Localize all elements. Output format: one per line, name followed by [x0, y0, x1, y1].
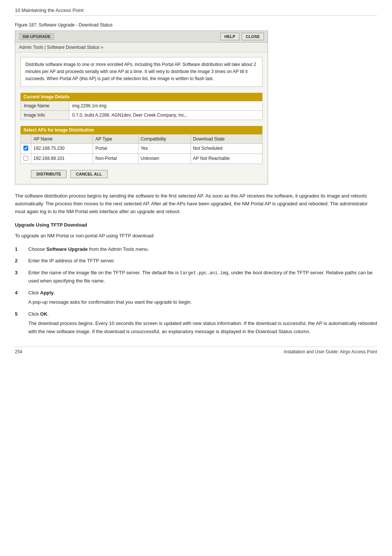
step-main-text: Enter the name of the image file on the …: [28, 270, 373, 284]
description: The software distribution process begins…: [15, 192, 377, 216]
step-content: Click Apply.A pop-up message asks for co…: [28, 289, 377, 306]
info-box: Distribute software image to one or more…: [20, 57, 262, 87]
chapter-title: 10 Maintaining the Access Point: [15, 7, 83, 13]
main-content: The software distribution process begins…: [15, 192, 377, 335]
action-row: DISTRIBUTE CANCEL ALL: [20, 168, 262, 180]
step-item: 2Enter the IP address of the TFTP server…: [15, 257, 377, 265]
panel-body: Distribute software image to one or more…: [15, 53, 268, 184]
footer-page-number: 254: [15, 349, 22, 354]
close-button[interactable]: CLOSE: [242, 33, 264, 40]
step-content: Choose Software Upgrade from the Admin T…: [28, 245, 377, 253]
col-compatibility: Compatibility: [138, 134, 191, 143]
col-ap-type: AP Type: [93, 134, 138, 143]
ap-table-body: 192.168.75.230PortalYesNot Scheduled192.…: [21, 143, 262, 164]
step-sub-text: The download process begins. Every 10 se…: [28, 319, 377, 335]
step-item: 5Click OK.The download process begins. E…: [15, 310, 377, 335]
step-content: Click OK.The download process begins. Ev…: [28, 310, 377, 335]
current-image-header: Current Image Details: [20, 93, 262, 101]
ap-checkbox-cell: [21, 154, 31, 164]
panel-buttons: HELP CLOSE: [220, 33, 264, 40]
image-info-label: Image Info: [21, 110, 69, 120]
step-number: 5: [15, 310, 26, 335]
step-number: 1: [15, 245, 26, 253]
help-button[interactable]: HELP: [220, 33, 239, 40]
image-name-label: Image Name: [21, 101, 69, 110]
current-image-table: Image Name img.2286.1m.img Image Info 0.…: [20, 101, 262, 120]
ap-row: 192.168.75.230PortalYesNot Scheduled: [21, 143, 262, 154]
step-main-text: Click Apply.: [28, 290, 55, 296]
intro: To upgrade an NM Portal or non-portal AP…: [15, 232, 377, 240]
step-item: 4Click Apply.A pop-up message asks for c…: [15, 289, 377, 306]
step-main-text: Enter the IP address of the TFTP server.: [28, 258, 115, 263]
ap-cell-compatibility: Unknown: [138, 154, 191, 164]
step-content: Enter the name of the image file on the …: [28, 269, 377, 285]
ap-cell-download-state: Not Scheduled: [191, 143, 262, 154]
step-bold: OK: [40, 311, 48, 317]
step-item: 3Enter the name of the image file on the…: [15, 269, 377, 285]
ap-checkbox[interactable]: [23, 146, 28, 151]
ap-cell-ap-type: Portal: [93, 143, 138, 154]
panel-title: SW-UPGRADE: [19, 33, 54, 40]
step-main-text: Click OK.: [28, 311, 49, 317]
col-checkbox: [21, 134, 31, 143]
ap-checkbox[interactable]: [23, 156, 28, 161]
select-aps-header: Select APs for Image Distribution: [20, 126, 262, 134]
sw-upgrade-panel: SW-UPGRADE HELP CLOSE Admin Tools | Soft…: [15, 31, 268, 184]
image-info-row: Image Info 0.7.0, build A.2286, AGN1dev,…: [21, 110, 262, 120]
step-number: 2: [15, 257, 26, 265]
step-sub-text: A pop-up message asks for confirmation t…: [28, 298, 377, 306]
step-number: 4: [15, 289, 26, 306]
breadcrumb: Admin Tools | Software Download Status »: [15, 42, 268, 53]
step-bold: Software Upgrade: [46, 246, 87, 252]
step-main-text: Choose Software Upgrade from the Admin T…: [28, 246, 149, 252]
step-number: 3: [15, 269, 26, 285]
upgrade-section-title: Upgrade Using TFTP Download: [15, 221, 377, 229]
figure-label: Figure 187: Software Upgrade - Download …: [15, 22, 377, 28]
ap-cell-ap-type: Non-Portal: [93, 154, 138, 164]
ap-row: 192.168.88.101Non-PortalUnknownAP Not Re…: [21, 154, 262, 164]
cancel-all-button[interactable]: CANCEL ALL: [70, 170, 108, 178]
panel-titlebar: SW-UPGRADE HELP CLOSE: [15, 31, 268, 42]
step-item: 1Choose Software Upgrade from the Admin …: [15, 245, 377, 253]
image-name-value: img.2286.1m.img: [69, 101, 262, 110]
col-ap-name: AP Name: [31, 134, 93, 143]
ap-table-header-row: AP Name AP Type Compatibility Download S…: [21, 134, 262, 143]
ap-cell-ap-name: 192.168.75.230: [31, 143, 93, 154]
ap-table: AP Name AP Type Compatibility Download S…: [20, 134, 262, 164]
page-footer: 254 Installation and User Guide: Airgo A…: [15, 347, 377, 354]
ap-cell-compatibility: Yes: [138, 143, 191, 154]
ap-cell-ap-name: 192.168.88.101: [31, 154, 93, 164]
distribute-button[interactable]: DISTRIBUTE: [31, 170, 67, 178]
image-name-row: Image Name img.2286.1m.img: [21, 101, 262, 110]
step-bold: Apply: [40, 290, 54, 296]
ap-cell-download-state: AP Not Reachable: [191, 154, 262, 164]
steps-list: 1Choose Software Upgrade from the Admin …: [15, 245, 377, 335]
image-info-value: 0.7.0, build A.2286, AGN1dev, Deer Creek…: [69, 110, 262, 120]
step-content: Enter the IP address of the TFTP server.: [28, 257, 377, 265]
footer-title: Installation and User Guide: Airgo Acces…: [284, 349, 377, 354]
step-code: target.ppc.ani.img: [180, 271, 229, 276]
ap-checkbox-cell: [21, 143, 31, 154]
page-header: 10 Maintaining the Access Point: [15, 7, 377, 16]
info-text: Distribute software image to one or more…: [25, 62, 256, 81]
col-download-state: Download State: [191, 134, 262, 143]
